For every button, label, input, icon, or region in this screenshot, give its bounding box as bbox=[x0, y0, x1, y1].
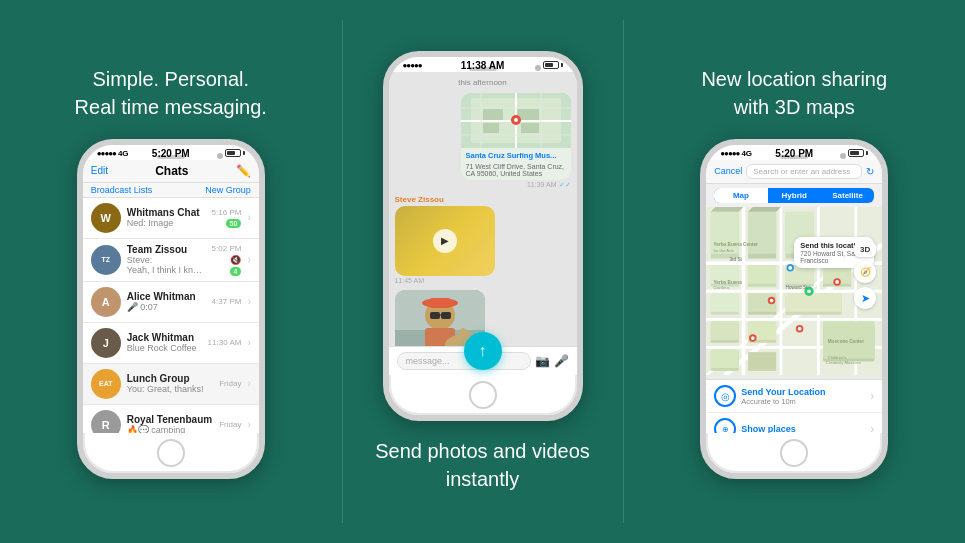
chat-item-lunchgroup[interactable]: EAT Lunch Group You: Great, thanks! Frid… bbox=[83, 364, 259, 405]
home-button-2[interactable] bbox=[469, 381, 497, 409]
map-time: 11:39 AM ✓✓ bbox=[461, 181, 571, 189]
home-button-3[interactable] bbox=[780, 439, 808, 467]
send-location-sub: Accurate to 10m bbox=[741, 397, 865, 406]
cancel-button[interactable]: Cancel bbox=[714, 166, 742, 176]
signal-icon-2: ●●●●● bbox=[403, 61, 422, 70]
svg-point-79 bbox=[789, 265, 793, 269]
chats-screen: Edit Chats ✏️ Broadcast Lists New Group … bbox=[83, 160, 259, 433]
chat-content-whitmans: Whitmans Chat Ned: Image bbox=[127, 207, 206, 228]
send-location-row[interactable]: ◎ Send Your Location Accurate to 10m › bbox=[706, 380, 882, 413]
chats-subheader: Broadcast Lists New Group bbox=[83, 183, 259, 198]
chevron-icon: › bbox=[247, 337, 250, 348]
time-label: this afternoon bbox=[395, 78, 571, 87]
status-time-1: 5:20 PM bbox=[152, 148, 190, 159]
svg-rect-41 bbox=[748, 211, 776, 253]
svg-rect-18 bbox=[430, 312, 440, 319]
play-button[interactable]: ▶ bbox=[433, 229, 457, 253]
svg-rect-19 bbox=[441, 312, 451, 319]
broadcast-lists-link[interactable]: Broadcast Lists bbox=[91, 185, 153, 195]
tab-satellite[interactable]: Satellite bbox=[821, 188, 874, 203]
svg-rect-58 bbox=[786, 293, 842, 312]
chevron-icon: › bbox=[247, 296, 250, 307]
conversation-messages: this afternoon bbox=[389, 72, 577, 346]
chat-item-teamzissou[interactable]: TZ Team Zissou Steve: Yeah, I think I kn… bbox=[83, 239, 259, 282]
refresh-icon[interactable]: ↻ bbox=[866, 166, 874, 177]
chat-item-jack[interactable]: J Jack Whitman Blue Rock Coffee 11:30 AM… bbox=[83, 323, 259, 364]
svg-text:Children's: Children's bbox=[828, 354, 847, 359]
tab-map[interactable]: Map bbox=[714, 188, 767, 203]
svg-text:3rd St: 3rd St bbox=[730, 257, 743, 262]
tab-hybrid[interactable]: Hybrid bbox=[768, 188, 821, 203]
chat-item-whitmans[interactable]: W Whitmans Chat Ned: Image 5:16 PM 50 › bbox=[83, 198, 259, 239]
middle-caption: Send photos and videos instantly bbox=[375, 437, 590, 493]
svg-rect-66 bbox=[711, 349, 739, 368]
avatar-alice: A bbox=[91, 287, 121, 317]
show-places-row[interactable]: ⊕ Show places › bbox=[706, 413, 882, 433]
compass-icon[interactable]: 🧭 bbox=[854, 261, 876, 283]
svg-text:for the Arts: for the Arts bbox=[714, 247, 734, 252]
map-preview-svg bbox=[461, 93, 571, 148]
signal-icon-3: ●●●●● bbox=[720, 149, 739, 158]
chat-item-royal[interactable]: R Royal Tenenbaum 🔥💬 camping Friday › bbox=[83, 405, 259, 433]
camera bbox=[217, 153, 223, 159]
new-group-link[interactable]: New Group bbox=[205, 185, 251, 195]
map-screen: Cancel Search or enter an address ↻ Map … bbox=[706, 160, 882, 433]
3d-button[interactable]: 3D bbox=[854, 242, 876, 257]
svg-point-69 bbox=[770, 298, 774, 302]
battery-icon bbox=[225, 149, 245, 157]
svg-point-71 bbox=[798, 326, 802, 330]
checkmark-icon: ✓✓ bbox=[559, 181, 571, 188]
battery-icon-2 bbox=[543, 61, 563, 69]
status-time-2: 11:38 AM bbox=[461, 60, 505, 71]
mic-icon[interactable]: 🎤 bbox=[554, 354, 569, 368]
sender-name: Steve Zissou bbox=[395, 195, 495, 204]
svg-rect-60 bbox=[711, 321, 739, 340]
svg-marker-42 bbox=[748, 207, 781, 212]
location-nav-icon[interactable]: ➤ bbox=[854, 287, 876, 309]
chats-title: Chats bbox=[108, 164, 236, 178]
right-headline: New location sharing with 3D maps bbox=[701, 65, 887, 121]
iphone-map: ●●●●● 4G 5:20 PM Cancel Search or enter … bbox=[700, 139, 888, 479]
chat-item-alice[interactable]: A Alice Whitman 🎤 0:07 4:37 PM › bbox=[83, 282, 259, 323]
left-panel: Simple. Personal. Real time messaging. ●… bbox=[0, 0, 342, 543]
compose-icon[interactable]: ✏️ bbox=[236, 164, 251, 178]
chats-header: Edit Chats ✏️ bbox=[83, 160, 259, 183]
svg-text:Creativity Museum: Creativity Museum bbox=[826, 360, 861, 365]
middle-caption-line2: instantly bbox=[446, 468, 519, 490]
4g-label-3: 4G bbox=[741, 149, 752, 158]
iphone-chats: ●●●●● 4G 5:20 PM Edit Chats ✏️ Broadcast… bbox=[77, 139, 265, 479]
right-headline-line2: with 3D maps bbox=[734, 96, 855, 118]
avatar-teamzissou: TZ bbox=[91, 245, 121, 275]
svg-text:Moscone Center: Moscone Center bbox=[828, 338, 865, 343]
middle-panel: ●●●●● 11:38 AM this afternoon bbox=[343, 0, 623, 543]
map-view: 3rd St Howard St Yerba Buena Center for … bbox=[706, 207, 882, 380]
status-bar-1: ●●●●● 4G 5:20 PM bbox=[83, 145, 259, 160]
location-icon: ◎ bbox=[714, 385, 736, 407]
send-button-float[interactable]: ↑ bbox=[464, 332, 502, 370]
svg-point-13 bbox=[514, 118, 518, 122]
video-message: Steve Zissou ▶ 11:45 AM bbox=[395, 195, 495, 284]
map-tabs: Map Hybrid Satellite bbox=[714, 188, 874, 203]
edit-button[interactable]: Edit bbox=[91, 165, 108, 176]
svg-text:Gardens: Gardens bbox=[714, 285, 730, 290]
svg-rect-8 bbox=[483, 109, 503, 120]
chevron-icon: › bbox=[247, 254, 250, 265]
camera-icon[interactable]: 📷 bbox=[535, 354, 550, 368]
chevron-icon-map: › bbox=[870, 389, 874, 403]
svg-rect-11 bbox=[521, 123, 539, 133]
left-headline: Simple. Personal. Real time messaging. bbox=[75, 65, 267, 121]
home-button-1[interactable] bbox=[157, 439, 185, 467]
map-title: Santa Cruz Surfing Mus... bbox=[461, 148, 571, 163]
avatar-whitmans: W bbox=[91, 203, 121, 233]
places-icon: ⊕ bbox=[714, 418, 736, 433]
status-bar-2: ●●●●● 11:38 AM bbox=[389, 57, 577, 72]
chevron-icon: › bbox=[247, 378, 250, 389]
right-headline-line1: New location sharing bbox=[701, 68, 887, 90]
avatar-jack: J bbox=[91, 328, 121, 358]
camera-2 bbox=[535, 65, 541, 71]
avatar-lunchgroup: EAT bbox=[91, 369, 121, 399]
status-bar-3: ●●●●● 4G 5:20 PM bbox=[706, 145, 882, 160]
map-search-input[interactable]: Search or enter an address bbox=[746, 164, 862, 179]
svg-rect-22 bbox=[430, 298, 450, 308]
svg-marker-39 bbox=[711, 207, 744, 212]
